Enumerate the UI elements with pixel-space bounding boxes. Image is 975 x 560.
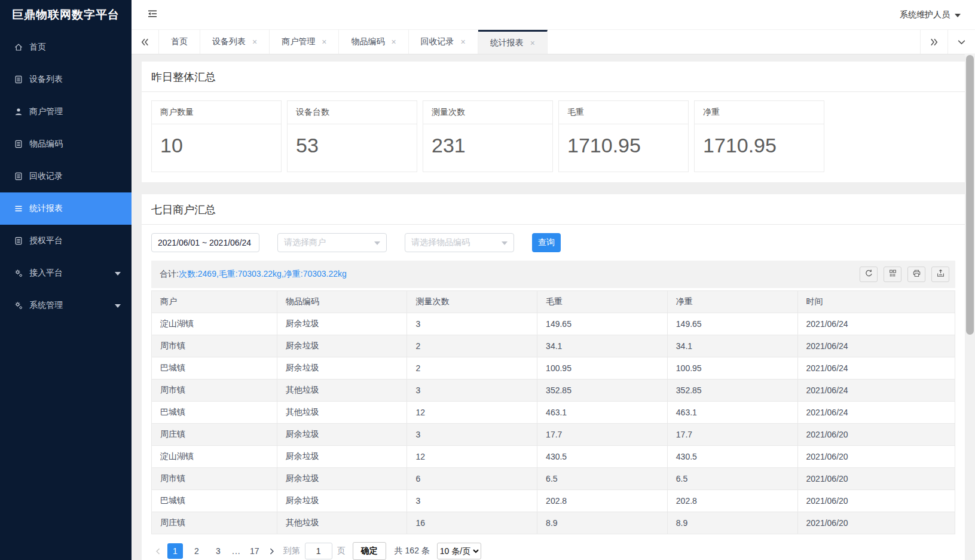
tab-merchant-mgmt[interactable]: 商户管理× [270, 30, 339, 54]
stat-card-gross-weight: 毛重1710.95 [558, 100, 689, 172]
collapse-sidebar-icon [147, 9, 158, 20]
sidebar-item-home[interactable]: 首页 [0, 31, 132, 63]
table-cell: 2 [407, 357, 537, 380]
tabs-menu-button[interactable] [948, 30, 975, 54]
table-cell: 2021/06/24 [797, 313, 955, 335]
sidebar-item-item-code[interactable]: 物品编码 [0, 128, 132, 160]
column-settings-button[interactable] [884, 267, 901, 282]
tab-device-list[interactable]: 设备列表× [200, 30, 270, 54]
page-size-select[interactable]: 10 条/页 [437, 543, 481, 559]
table-cell: 厨余垃圾 [277, 313, 407, 335]
table-cell: 430.5 [667, 446, 797, 468]
print-button[interactable] [907, 267, 925, 282]
table-cell: 34.1 [667, 335, 797, 357]
close-icon[interactable]: × [461, 38, 466, 46]
prev-page-button[interactable] [151, 547, 164, 555]
table-cell: 352.85 [667, 380, 797, 402]
table-cell: 厨余垃圾 [277, 357, 407, 380]
table-cell: 周市镇 [152, 380, 277, 402]
tabs-scroll-left-button[interactable] [132, 30, 159, 54]
export-button[interactable] [931, 267, 949, 282]
table-row: 巴城镇其他垃圾12463.1463.12021/06/24 [152, 402, 955, 424]
chevron-down-icon [374, 241, 380, 248]
user-name: 系统维护人员 [900, 10, 950, 20]
table-cell: 6.5 [537, 468, 668, 490]
refresh-button[interactable] [860, 267, 878, 282]
table-cell: 3 [407, 424, 537, 446]
sidebar-item-recycle-records[interactable]: 回收记录 [0, 160, 132, 192]
merchant-select[interactable]: 请选择商户 [277, 233, 387, 252]
tabs-scroll-right-button[interactable] [920, 30, 948, 54]
table-cell: 8.9 [667, 512, 797, 534]
sidebar-item-label: 首页 [29, 42, 46, 53]
table-cell: 其他垃圾 [277, 512, 407, 534]
table-cell: 厨余垃圾 [277, 335, 407, 357]
vertical-scrollbar[interactable] [965, 55, 975, 560]
yesterday-summary-card: 昨日整体汇总 商户数量10设备台数53测量次数231毛重1710.95净重171… [142, 62, 965, 182]
tab-label: 设备列表 [212, 36, 246, 47]
chevron-down-icon [115, 272, 121, 279]
scrollbar-thumb[interactable] [966, 55, 974, 335]
tab-stats-report[interactable]: 统计报表× [478, 30, 548, 54]
section-title-report: 七日商户汇总 [142, 194, 965, 225]
stat-label: 测量次数 [423, 101, 552, 124]
tab-label: 统计报表 [490, 38, 524, 48]
search-button[interactable]: 查询 [532, 233, 561, 252]
table-cell: 149.65 [537, 313, 668, 335]
date-range-input[interactable] [151, 233, 259, 252]
goto-page-input[interactable] [305, 543, 332, 559]
next-page-button[interactable] [265, 547, 279, 555]
page-button[interactable]: 2 [189, 543, 204, 559]
item-code-select[interactable]: 请选择物品编码 [405, 233, 514, 252]
collapse-sidebar-button[interactable] [147, 9, 158, 20]
summary-total: 合计:次数:2469,毛重:70303.22kg,净重:70303.22kg [160, 269, 347, 280]
sidebar-item-stats-report[interactable]: 统计报表 [0, 192, 132, 225]
sidebar-item-auth-platform[interactable]: 授权平台 [0, 225, 132, 257]
table-cell: 17.7 [667, 424, 797, 446]
column-header: 测量次数 [407, 291, 537, 313]
user-icon [13, 106, 24, 117]
tab-recycle-records[interactable]: 回收记录× [409, 30, 478, 54]
page-button[interactable]: 1 [167, 543, 183, 559]
table-cell: 其他垃圾 [277, 402, 407, 424]
table-cell: 周市镇 [152, 468, 277, 490]
tabs: 首页设备列表×商户管理×物品编码×回收记录×统计报表× [159, 30, 548, 54]
table-row: 巴城镇厨余垃圾2100.95100.952021/06/24 [152, 357, 955, 380]
sidebar-item-system-mgmt[interactable]: 系统管理 [0, 289, 132, 322]
page-button[interactable]: 3 [210, 543, 226, 559]
table-cell: 12 [407, 446, 537, 468]
close-icon[interactable]: × [252, 38, 257, 46]
sidebar-item-merchant-mgmt[interactable]: 商户管理 [0, 96, 132, 128]
close-icon[interactable]: × [391, 38, 396, 46]
close-icon[interactable]: × [530, 39, 535, 47]
sidebar: 巨鼎物联网数字平台 首页设备列表商户管理物品编码回收记录统计报表授权平台接入平台… [0, 0, 132, 560]
table-cell: 2 [407, 335, 537, 357]
topbar: 系统维护人员 [132, 0, 975, 30]
confirm-button[interactable]: 确定 [353, 542, 386, 560]
stat-card-device-count: 设备台数53 [287, 100, 417, 172]
page-list: 123...17 [164, 543, 265, 559]
columns-icon [888, 269, 897, 280]
sidebar-item-device-list[interactable]: 设备列表 [0, 63, 132, 96]
goto-label: 到第 [283, 546, 300, 556]
tab-label: 首页 [171, 36, 188, 47]
column-header: 毛重 [537, 291, 668, 313]
tab-home[interactable]: 首页 [159, 30, 200, 54]
stat-label: 设备台数 [288, 101, 417, 124]
refresh-icon [864, 269, 873, 280]
item-code-select-placeholder: 请选择物品编码 [411, 237, 470, 248]
tab-item-code[interactable]: 物品编码× [339, 30, 408, 54]
page-button[interactable]: 17 [247, 543, 262, 559]
table-cell: 周庄镇 [152, 424, 277, 446]
content: 昨日整体汇总 商户数量10设备台数53测量次数231毛重1710.95净重171… [132, 54, 965, 560]
sidebar-item-access-platform[interactable]: 接入平台 [0, 257, 132, 289]
table-row: 周市镇厨余垃圾234.134.12021/06/24 [152, 335, 955, 357]
close-icon[interactable]: × [322, 38, 326, 46]
sidebar-item-label: 商户管理 [29, 106, 63, 117]
main-area: 系统维护人员 首页设备列表×商户管理×物品编码×回收记录×统计报表× 昨日整体汇… [132, 0, 975, 560]
column-header: 物品编码 [277, 291, 407, 313]
table-cell: 2021/06/24 [797, 335, 955, 357]
table-cell: 其他垃圾 [277, 380, 407, 402]
user-menu[interactable]: 系统维护人员 [900, 10, 961, 20]
table-row: 淀山湖镇厨余垃圾3149.65149.652021/06/24 [152, 313, 955, 335]
